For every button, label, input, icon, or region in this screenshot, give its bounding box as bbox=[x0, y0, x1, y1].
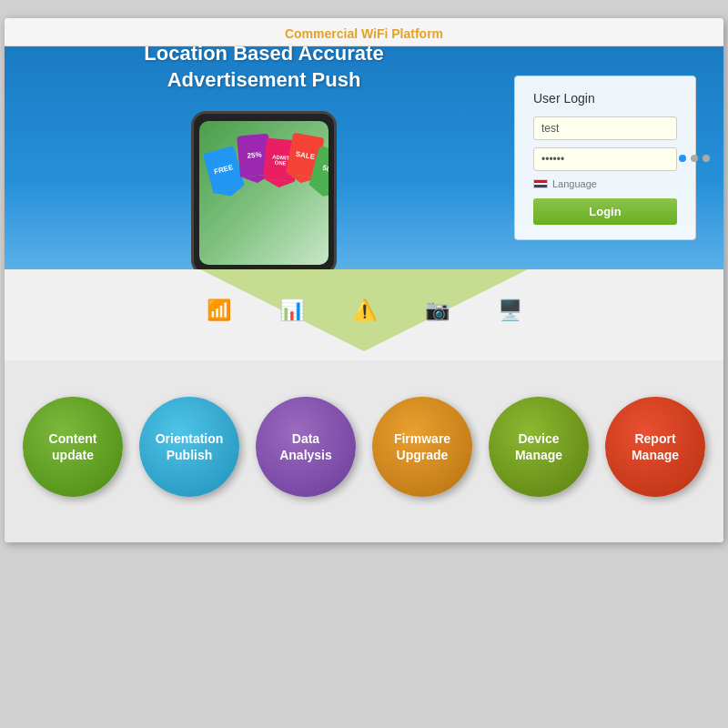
arrow-section: 📶 📊 ⚠️ 📷 🖥️ bbox=[5, 269, 723, 360]
hero-section: Location Based AccurateAdvertisement Pus… bbox=[5, 46, 723, 269]
login-box: User Login Language Login bbox=[514, 76, 696, 240]
wifi-icon[interactable]: 📶 bbox=[200, 292, 237, 329]
icon-row: 📶 📊 ⚠️ 📷 🖥️ bbox=[200, 292, 528, 329]
browser-window: Commercial WiFi Platform Location Based … bbox=[5, 18, 723, 542]
dot-1[interactable] bbox=[679, 155, 686, 162]
camera-icon[interactable]: 📷 bbox=[419, 292, 455, 329]
login-button[interactable]: Login bbox=[533, 198, 677, 225]
alert-icon[interactable]: ⚠️ bbox=[346, 292, 382, 329]
data-analysis-button[interactable]: DataAnalysis bbox=[256, 397, 356, 497]
phone-screen: FREE 25% ADMITONE SALE 50% bbox=[199, 121, 329, 265]
flag-icon bbox=[533, 179, 548, 188]
hero-headline: Location Based AccurateAdvertisement Pus… bbox=[32, 41, 496, 93]
screen-icon[interactable]: 🖥️ bbox=[491, 292, 528, 329]
phone-mockup: FREE 25% ADMITONE SALE 50% bbox=[191, 111, 337, 275]
login-title: User Login bbox=[533, 91, 677, 106]
chart-icon[interactable]: 📊 bbox=[273, 292, 309, 329]
device-manage-button[interactable]: DeviceManage bbox=[489, 397, 589, 497]
language-row: Language bbox=[533, 178, 677, 189]
password-input[interactable] bbox=[533, 147, 677, 171]
dot-3[interactable] bbox=[703, 155, 710, 162]
content-update-button[interactable]: Contentupdate bbox=[23, 397, 123, 497]
circles-section: Contentupdate OrientationPublish DataAna… bbox=[5, 360, 723, 542]
hero-left: Location Based AccurateAdvertisement Pus… bbox=[32, 41, 496, 275]
username-input[interactable] bbox=[533, 116, 677, 140]
language-label: Language bbox=[552, 178, 597, 189]
dots-indicator bbox=[679, 155, 710, 162]
firmware-upgrade-button[interactable]: FirmwareUpgrade bbox=[372, 397, 472, 497]
coupon-tags: FREE 25% ADMITONE SALE 50% bbox=[208, 130, 319, 256]
orientation-publish-button[interactable]: OrientationPublish bbox=[139, 397, 239, 497]
report-manage-button[interactable]: ReportManage bbox=[605, 397, 705, 497]
dot-2[interactable] bbox=[691, 155, 698, 162]
app-title: Commercial WiFi Platform bbox=[285, 26, 443, 41]
